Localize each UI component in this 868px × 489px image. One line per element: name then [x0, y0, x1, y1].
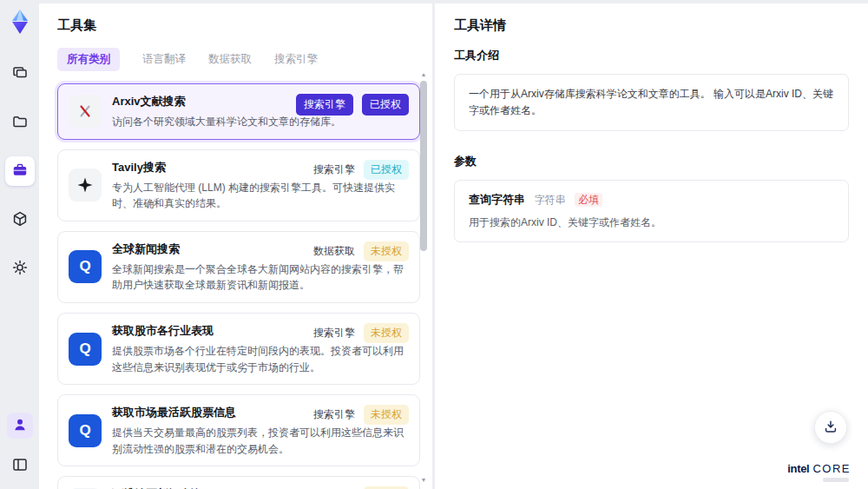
auth-status-badge: 已授权: [364, 160, 409, 180]
qblue-icon: Q: [69, 333, 102, 366]
category-tab[interactable]: 语言翻译: [142, 48, 186, 71]
user-icon: [11, 416, 29, 436]
qblue-icon: Q: [69, 414, 102, 447]
tool-badges: 数据获取未授权: [313, 241, 409, 261]
tool-detail-panel: 工具详情 工具介绍 一个用于从Arxiv存储库搜索科学论文和文章的工具。 输入可…: [435, 3, 868, 489]
tool-description: 提供股票市场各个行业在特定时间段内的表现。投资者可以利用这些信息来识别表现优于或…: [112, 343, 409, 375]
cube-icon: [11, 210, 29, 230]
params-list: 查询字符串 字符串 必填 用于搜索的Arxiv ID、关键字或作者姓名。: [454, 180, 849, 242]
scroll-up-icon[interactable]: ▲: [419, 71, 428, 78]
chat-icon: [11, 64, 29, 84]
category-badge: 搜索引擎: [313, 326, 355, 340]
param-card: 查询字符串 字符串 必填 用于搜索的Arxiv ID、关键字或作者姓名。: [454, 180, 849, 242]
qblue-icon: Q: [69, 250, 102, 283]
tools-panel: 工具集 所有类别语言翻译数据获取搜索引擎 Arxiv文献搜索 访问各个研究领域大…: [39, 3, 432, 489]
briefcase-icon: [11, 162, 29, 182]
brand-subtext-bar: [823, 478, 849, 482]
tool-description: 提供当天交易量最高的股票列表，投资者可以利用这些信息来识别流动性强的股票和潜在的…: [112, 425, 409, 457]
tool-intro-text: 一个用于从Arxiv存储库搜索科学论文和文章的工具。 输入可以是Arxiv ID…: [454, 74, 849, 131]
tool-description: 访问各个研究领域大量科学论文和文章的存储库。: [112, 114, 409, 130]
sidebar-item-toggle-panel[interactable]: [5, 451, 35, 480]
sidebar-item-settings[interactable]: [5, 254, 35, 283]
tool-description: 专为人工智能代理 (LLM) 构建的搜索引擎工具。可快速提供实时、准确和真实的结…: [112, 180, 409, 212]
intel-core-logo: intelCORE: [787, 462, 851, 482]
param-type: 字符串: [535, 194, 566, 206]
tool-description: 全球新闻搜索是一个聚合全球各大新闻网站内容的搜索引擎，帮助用户快速获取全球最新资…: [112, 261, 409, 294]
params-heading: 参数: [454, 154, 849, 169]
detail-panel-title: 工具详情: [454, 17, 849, 34]
category-tab[interactable]: 所有类别: [57, 48, 120, 71]
tool-card[interactable]: Q 获取市场最活跃股票信息 提供当天交易量最高的股票列表，投资者可以利用这些信息…: [57, 394, 420, 466]
auth-status-badge: 已授权: [362, 94, 409, 116]
folder-icon: [11, 113, 29, 133]
brand-intel: intel: [787, 462, 809, 475]
app-window: 工具集 所有类别语言翻译数据获取搜索引擎 Arxiv文献搜索 访问各个研究领域大…: [0, 0, 868, 489]
tool-list: Arxiv文献搜索 访问各个研究领域大量科学论文和文章的存储库。 搜索引擎已授权…: [57, 83, 420, 489]
category-tabs: 所有类别语言翻译数据获取搜索引擎: [57, 48, 420, 71]
category-tab[interactable]: 数据获取: [208, 48, 252, 71]
auth-status-badge: 未授权: [364, 323, 409, 343]
arxiv-icon: [69, 95, 102, 128]
auth-status-badge: 未授权: [364, 405, 409, 425]
layout-panel-icon: [11, 456, 29, 476]
scrollbar[interactable]: ▲ ▼: [419, 71, 428, 484]
tool-badges: 搜索引擎未授权: [313, 323, 409, 343]
intro-heading: 工具介绍: [454, 48, 849, 63]
category-badge: 数据获取: [313, 244, 355, 259]
param-required-badge: 必填: [575, 193, 602, 207]
tool-card[interactable]: Tavily搜索 专为人工智能代理 (LLM) 构建的搜索引擎工具。可快速提供实…: [57, 149, 420, 221]
param-description: 用于搜索的Arxiv ID、关键字或作者姓名。: [469, 215, 834, 230]
tool-badges: 搜索引擎已授权: [313, 160, 409, 180]
param-name: 查询字符串: [469, 193, 525, 206]
sidebar-item-files[interactable]: [5, 108, 35, 137]
download-button[interactable]: [814, 411, 847, 444]
brand-core: CORE: [812, 462, 851, 475]
tool-card[interactable]: 万维地区新闻查询 查询具体行政区划内的新闻，快速了解各地新闻动 搜索引擎未授权: [57, 476, 420, 489]
sidebar-item-account[interactable]: [7, 413, 33, 439]
app-logo-icon: [5, 7, 35, 36]
scrollbar-thumb[interactable]: [420, 81, 427, 251]
scroll-down-icon[interactable]: ▼: [419, 477, 428, 484]
sidebar-item-tools[interactable]: [5, 156, 35, 186]
tool-card[interactable]: Q 全球新闻搜索 全球新闻搜索是一个聚合全球各大新闻网站内容的搜索引擎，帮助用户…: [57, 231, 420, 303]
gear-icon: [11, 259, 29, 279]
download-icon: [823, 419, 838, 437]
tool-card[interactable]: Q 获取股市各行业表现 提供股票市场各个行业在特定时间段内的表现。投资者可以利用…: [57, 313, 420, 385]
tool-badges: 搜索引擎已授权: [296, 94, 409, 116]
category-badge: 搜索引擎: [296, 94, 353, 116]
icon-rail: [0, 0, 39, 489]
category-tab[interactable]: 搜索引擎: [274, 48, 318, 71]
tool-card[interactable]: Arxiv文献搜索 访问各个研究领域大量科学论文和文章的存储库。 搜索引擎已授权: [57, 83, 420, 140]
tools-panel-title: 工具集: [57, 17, 420, 34]
tavily-icon: [69, 169, 102, 202]
tool-badges: 搜索引擎未授权: [313, 405, 409, 425]
sidebar-item-chat[interactable]: [5, 59, 35, 89]
sidebar-item-models[interactable]: [5, 205, 35, 235]
category-badge: 搜索引擎: [313, 407, 355, 422]
category-badge: 搜索引擎: [313, 162, 355, 177]
auth-status-badge: 未授权: [364, 241, 409, 261]
